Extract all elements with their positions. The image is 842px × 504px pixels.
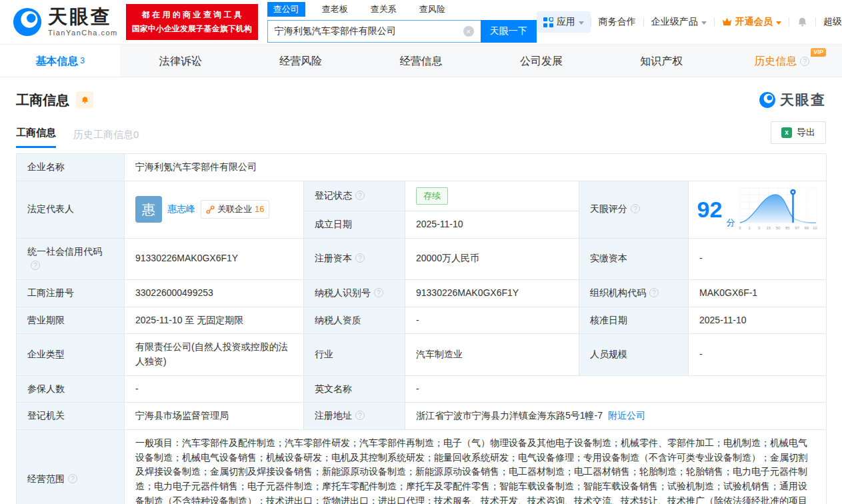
- related-companies-label: 关联企业: [217, 203, 252, 216]
- monitor-bell-button[interactable]: [76, 91, 93, 109]
- approval-date-label: 核准日期: [579, 307, 689, 334]
- help-icon[interactable]: ?: [355, 191, 365, 200]
- apps-grid-icon: [543, 17, 553, 27]
- search-button[interactable]: 天眼一下: [481, 20, 537, 43]
- svg-text:3: 3: [758, 226, 761, 230]
- tab-history-label: 历史信息: [754, 55, 797, 67]
- nav-open-vip[interactable]: 开通会员: [715, 16, 789, 28]
- tab-operation-info[interactable]: 经营信息: [361, 45, 481, 77]
- score-number: 92: [697, 198, 723, 221]
- label-text: 组织机构代码: [590, 287, 646, 298]
- subtab-history-label: 历史工商信息: [73, 129, 133, 140]
- insured-label: 参保人数: [17, 375, 125, 403]
- table-row: 统一社会信用代码? 91330226MAK0GX6F1Y 注册资本? 20000…: [17, 238, 827, 279]
- search-tab-relation[interactable]: 查关系: [365, 2, 403, 17]
- subtab-history-count: 0: [133, 129, 139, 140]
- help-icon[interactable]: ?: [31, 261, 40, 270]
- company-name-value: 宁海利氪汽车零部件有限公司: [125, 154, 827, 181]
- chevron-down-icon: [776, 21, 781, 25]
- tab-basic-info[interactable]: 基本信息3: [0, 45, 120, 77]
- tab-basic-info-count: 3: [80, 56, 85, 65]
- watermark-text: 天眼查: [780, 91, 826, 109]
- reg-number-value: 330226000499253: [125, 279, 304, 307]
- search-tab-risk[interactable]: 查风险: [413, 2, 451, 17]
- reg-authority-label: 登记机关: [17, 403, 125, 430]
- subtab-business-info[interactable]: 工商信息: [16, 127, 56, 148]
- table-row: 企业名称 宁海利氪汽车零部件有限公司: [17, 154, 827, 181]
- tab-label: 经营风险: [279, 55, 322, 67]
- slogan-line1: 都 在 用 的 商 业 查 询 工 具: [132, 8, 252, 22]
- paid-capital-value: -: [689, 238, 827, 279]
- page-header: 天眼查 TianYanCha.com 都 在 用 的 商 业 查 询 工 具 国…: [0, 0, 842, 44]
- company-type-value: 有限责任公司(自然人投资或控股的法人独资): [125, 334, 304, 375]
- help-icon[interactable]: ?: [68, 474, 77, 483]
- help-icon[interactable]: ?: [374, 288, 383, 297]
- table-row: 营业期限 2025-11-10 至 无固定期限 纳税人资质 - 核准日期 202…: [17, 307, 827, 334]
- help-icon[interactable]: ?: [355, 253, 365, 263]
- tab-company-development[interactable]: 公司发展: [481, 45, 601, 77]
- help-icon[interactable]: ?: [631, 204, 640, 213]
- taxpayer-quality-value: -: [405, 307, 579, 334]
- header-nav: 应用 商务合作 企业级产品 开通会员 超级风...: [537, 11, 842, 33]
- legal-rep-name-link[interactable]: 惠志峰: [167, 202, 195, 217]
- english-name-label: 英文名称: [304, 375, 405, 403]
- score-label: 天眼评分?: [579, 181, 689, 238]
- tab-legal-proceedings[interactable]: 法律诉讼: [120, 45, 240, 77]
- label-text: 登记状态: [315, 190, 352, 201]
- tab-basic-info-label: 基本信息: [35, 55, 78, 67]
- notification-bell[interactable]: [789, 16, 815, 28]
- business-info-card: 工商信息 天眼查 工商信息 历史工商信息0 x 导出: [0, 77, 842, 504]
- vip-crown-icon: [722, 17, 732, 27]
- tab-history-info[interactable]: 历史信息?VIP: [722, 45, 842, 77]
- brand-domain: TianYanCha.com: [48, 29, 118, 37]
- clear-search-icon[interactable]: ×: [463, 26, 474, 37]
- business-term-label: 营业期限: [17, 307, 125, 334]
- export-button[interactable]: x 导出: [771, 121, 826, 144]
- search-tab-company[interactable]: 查公司: [267, 2, 305, 17]
- label-text: 纳税人识别号: [315, 287, 371, 298]
- svg-text:99: 99: [805, 226, 809, 230]
- tab-intellectual-property[interactable]: 知识产权: [601, 45, 721, 77]
- reg-number-label: 工商注册号: [17, 279, 125, 307]
- search-tab-boss[interactable]: 查老板: [316, 2, 354, 17]
- bell-icon: [81, 95, 89, 105]
- tianyancha-logo[interactable]: 天眼查 TianYanCha.com: [12, 7, 118, 37]
- help-icon[interactable]: ?: [800, 57, 809, 66]
- legal-rep-label: 法定代表人: [17, 181, 125, 238]
- svg-text:97: 97: [795, 226, 800, 230]
- tab-operation-risk[interactable]: 经营风险: [241, 45, 361, 77]
- nav-enterprise-products[interactable]: 企业级产品: [644, 16, 714, 28]
- help-icon[interactable]: ?: [649, 288, 659, 297]
- watermark-logo: 天眼查: [759, 91, 826, 109]
- reg-capital-label: 注册资本?: [304, 238, 405, 279]
- taxpayer-id-value: 91330226MAK0GX6F1Y: [405, 279, 579, 307]
- help-icon[interactable]: ?: [355, 411, 365, 420]
- legal-rep-avatar[interactable]: 惠: [135, 196, 162, 223]
- reg-authority-value: 宁海县市场监督管理局: [125, 403, 304, 430]
- org-code-label: 组织机构代码?: [579, 279, 689, 307]
- table-row: 登记机关 宁海县市场监督管理局 注册地址? 浙江省宁波市宁海县力洋镇金海东路5号…: [17, 403, 827, 430]
- business-scope-label: 经营范围?: [17, 430, 125, 504]
- nav-business-cooperation[interactable]: 商务合作: [591, 16, 643, 28]
- export-label: 导出: [797, 127, 815, 139]
- nav-vip-label: 开通会员: [735, 16, 773, 28]
- table-row: 参保人数 - 英文名称 -: [17, 375, 827, 403]
- related-companies-count: 16: [255, 203, 264, 216]
- related-companies-badge[interactable]: 关联企业 16: [201, 200, 269, 219]
- nav-apps[interactable]: 应用: [537, 11, 591, 33]
- nav-apps-label: 应用: [557, 16, 575, 28]
- nav-business-label: 商务合作: [599, 16, 636, 28]
- search-input[interactable]: [267, 20, 481, 43]
- taxpayer-quality-label: 纳税人资质: [304, 307, 405, 334]
- credit-code-label: 统一社会信用代码?: [17, 238, 125, 279]
- english-name-value: -: [405, 375, 827, 403]
- label-text: 注册资本: [315, 253, 352, 263]
- subtab-history-business-info[interactable]: 历史工商信息0: [73, 129, 139, 148]
- chevron-down-icon: [579, 21, 584, 25]
- taxpayer-id-label: 纳税人识别号?: [304, 279, 405, 307]
- nav-super-risk[interactable]: 超级风...: [816, 16, 842, 28]
- nearby-companies-link[interactable]: 附近公司: [608, 410, 645, 421]
- tab-label: 法律诉讼: [159, 55, 202, 67]
- paid-capital-label: 实缴资本: [579, 238, 689, 279]
- business-info-table: 企业名称 宁海利氪汽车零部件有限公司 法定代表人 惠 惠志峰 关联企业: [16, 153, 827, 504]
